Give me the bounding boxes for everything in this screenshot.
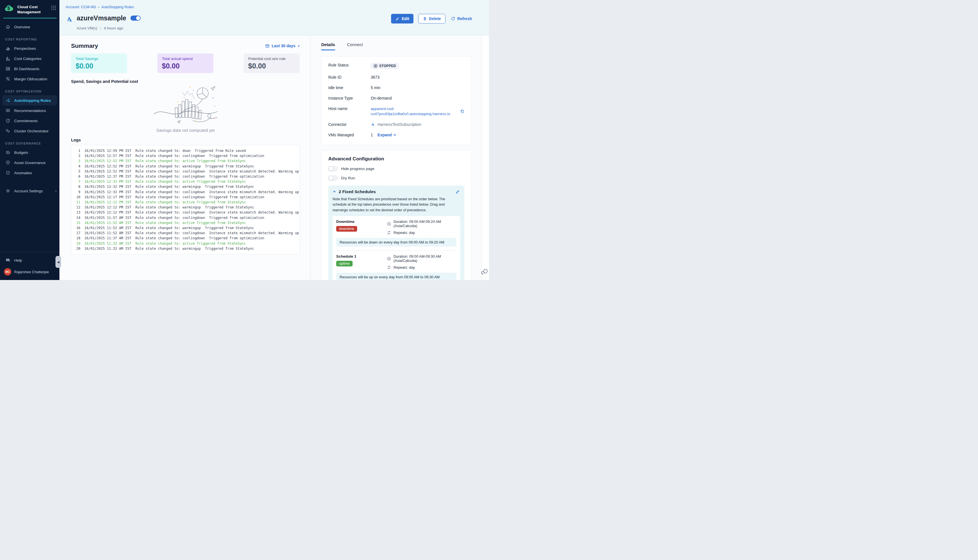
shapes-icon	[5, 56, 11, 62]
brand-header: $ Cloud Cost Management	[0, 0, 59, 15]
hide-progress-toggle[interactable]	[328, 166, 338, 171]
bar-chart-icon	[5, 45, 11, 51]
shield-dollar-icon: $	[5, 160, 11, 165]
sidebar-item-autostopping-rules[interactable]: AutoStopping Rules	[2, 95, 57, 105]
card-value: $0.00	[248, 62, 295, 70]
breadcrumb-page[interactable]: AutoStopping Rules	[101, 5, 134, 9]
logs-panel[interactable]: 116/01/2025 12:59 PM IST Rule state chan…	[71, 145, 300, 254]
sidebar-collapse-handle[interactable]: ◀	[55, 256, 61, 268]
expand-link[interactable]: Expand	[377, 133, 397, 137]
total-savings-card: Total Savings $0.00	[71, 53, 127, 73]
sidebar-item-perspectives[interactable]: Perspectives	[0, 43, 59, 53]
log-line: 716/01/2025 12:32 PM IST Rule state chan…	[71, 179, 297, 184]
rule-id-label: Rule ID	[328, 75, 371, 80]
delete-button[interactable]: Delete	[418, 14, 446, 23]
refresh-button[interactable]: Refresh	[450, 14, 472, 23]
avatar: RC	[4, 268, 11, 275]
breadcrumb-account[interactable]: Account: CCM-NG	[66, 5, 96, 9]
sidebar-item-account-settings[interactable]: Account Settings ›	[0, 186, 59, 196]
card-label: Potential cost w/o rule	[248, 57, 295, 61]
sidebar-item-bi-dashboards[interactable]: BI Dashboards	[0, 63, 59, 74]
rule-status-badge: STOPPED	[371, 63, 399, 69]
help-label: Help	[14, 258, 22, 262]
card-value: $0.00	[162, 62, 209, 70]
sidebar-item-margin-obfuscation[interactable]: Margin Obfuscation	[0, 74, 59, 84]
schedule-divider	[336, 250, 456, 251]
recommendation-icon	[5, 108, 11, 113]
schedule-item-uptime[interactable]: Schedule 1 uptime Duration: 09:00 AM-09:…	[336, 254, 456, 270]
copy-icon[interactable]	[460, 109, 464, 113]
schedule-badge: downtime	[336, 226, 357, 232]
log-line: 516/01/2025 12:52 PM IST Rule state chan…	[71, 169, 297, 174]
log-line: 1716/01/2025 11:52 AM IST Rule state cha…	[71, 230, 297, 236]
log-line: 1316/01/2025 12:12 PM IST Rule state cha…	[71, 210, 297, 215]
sidebar-item-help[interactable]: ? Help	[0, 255, 59, 265]
dry-run-label: Dry Run	[341, 176, 355, 180]
edit-button[interactable]: Edit	[391, 14, 413, 23]
log-line: 1016/01/2025 12:17 PM IST Rule state cha…	[71, 195, 297, 200]
piggy-bank-icon: $	[5, 150, 11, 155]
sidebar-item-overview[interactable]: Overview	[0, 22, 59, 32]
empty-chart-text: Savings data not computed yet	[71, 128, 300, 133]
sidebar-nav: Overview COST REPORTING Perspectives Cos…	[0, 18, 59, 196]
sidebar-item-label: Commitments	[14, 119, 38, 123]
schedule-repeats: Repeats: day	[394, 230, 415, 235]
edit-schedules-icon[interactable]	[455, 189, 460, 194]
rule-type: Azure VM(s)	[77, 26, 97, 30]
repeat-icon	[387, 230, 391, 235]
sidebar-item-asset-governance[interactable]: $ Asset Governance	[0, 158, 59, 168]
right-rail	[482, 35, 489, 280]
idle-time-label: Idle time	[328, 85, 371, 90]
help-chat-icon: ?	[5, 257, 11, 263]
sidebar-item-label: BI Dashboards	[14, 67, 39, 71]
tab-details[interactable]: Details	[321, 42, 335, 50]
potential-cost-card: Potential cost w/o rule $0.00	[244, 53, 300, 73]
schedule-name: Schedule 1	[336, 254, 387, 258]
log-line: 216/01/2025 12:57 PM IST Rule state chan…	[71, 153, 297, 158]
host-name-link[interactable]: apparent-cod-cu47pvu93ja1is9la0c0.autost…	[371, 106, 464, 116]
user-menu[interactable]: RC Rajarshee Chatterjee	[0, 265, 59, 275]
sidebar-item-cluster-orchestrator[interactable]: Cluster Orchestrator	[0, 126, 59, 136]
sidebar-item-label: Recommendations	[14, 108, 46, 113]
calendar-icon	[265, 43, 270, 48]
date-range-picker[interactable]: Last 30 days ▼	[265, 43, 300, 48]
log-line: 1616/01/2025 11:52 AM IST Rule state cha…	[71, 225, 297, 230]
gear-icon	[5, 188, 11, 194]
vms-managed-value: 1 Expand	[371, 133, 396, 137]
shield-alert-icon: !	[5, 170, 11, 176]
support-chat-icon[interactable]	[481, 268, 489, 275]
empty-chart-state: Savings data not computed yet	[71, 84, 300, 133]
section-cost-optimization: COST OPTIMIZATION	[5, 90, 59, 93]
refresh-icon	[451, 17, 455, 21]
chevron-up-icon[interactable]	[332, 190, 336, 193]
section-cost-reporting: COST REPORTING	[5, 38, 59, 41]
sidebar-item-label: Anomalies	[14, 171, 32, 175]
sidebar-item-label: Cost Categories	[14, 57, 42, 61]
trash-icon	[423, 17, 427, 21]
schedule-item-downtime[interactable]: Downtime downtime Duration: 09:00 AM-09:…	[336, 220, 456, 235]
rule-enabled-toggle[interactable]	[130, 15, 141, 21]
sidebar-item-budgets[interactable]: $ Budgets	[0, 147, 59, 158]
sidebar-item-cost-categories[interactable]: Cost Categories	[0, 53, 59, 63]
advanced-config-heading: Advanced Configuration	[328, 156, 464, 162]
rule-age: 4 hours ago	[104, 26, 124, 30]
page-header: Account: CCM-NG › AutoStopping Rules azu…	[59, 0, 489, 35]
log-line: 1516/01/2025 11:52 AM IST Rule state cha…	[71, 220, 297, 225]
app-window: $ Cloud Cost Management O	[0, 0, 489, 280]
breadcrumb-separator: ›	[98, 5, 99, 9]
stopped-icon	[374, 64, 377, 68]
dry-run-toggle[interactable]	[328, 176, 338, 180]
sidebar-item-commitments[interactable]: Commitments	[0, 116, 59, 126]
log-line: 1916/01/2025 11:32 AM IST Rule state cha…	[71, 241, 297, 246]
sidebar-item-anomalies[interactable]: ! Anomalies	[0, 168, 59, 178]
section-cost-governance: COST GOVERNANCE	[5, 142, 59, 145]
hide-progress-toggle-row: Hide progress page	[328, 166, 464, 171]
module-grid-icon[interactable]	[51, 5, 56, 10]
chevron-right-icon: ›	[55, 188, 57, 193]
sidebar-item-recommendations[interactable]: Recommendations	[0, 105, 59, 116]
page-title: azureVmsample	[77, 15, 126, 22]
log-line: 2016/01/2025 11:32 AM IST Rule state cha…	[71, 246, 297, 251]
tab-connect[interactable]: Connect	[347, 42, 363, 50]
hexagons-icon	[5, 128, 11, 134]
sidebar: $ Cloud Cost Management O	[0, 0, 59, 280]
